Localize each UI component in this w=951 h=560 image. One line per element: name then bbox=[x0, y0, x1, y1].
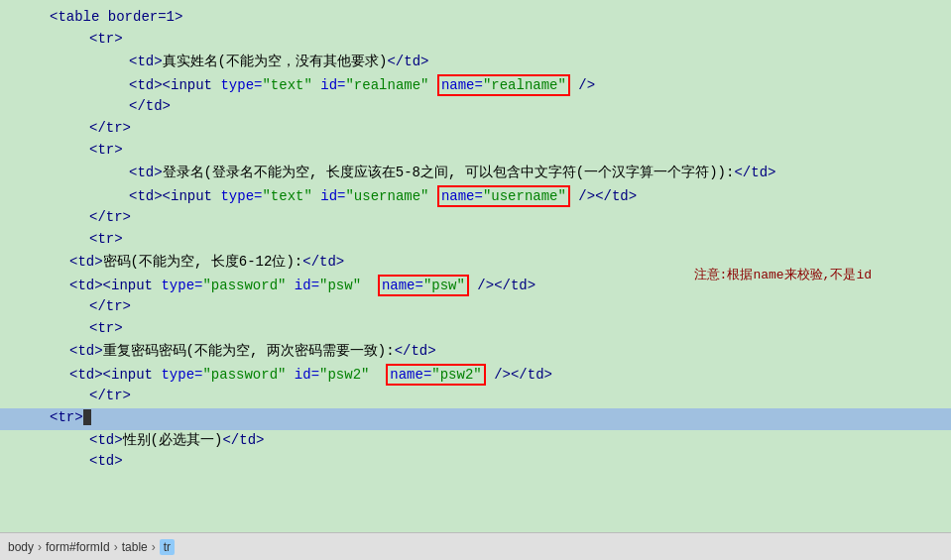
code-line: <td>登录名(登录名不能为空, 长度应该在5-8之间, 可以包含中文字符(一个… bbox=[0, 163, 951, 184]
code-text: <td> bbox=[69, 343, 103, 359]
code-line: </td> bbox=[0, 97, 951, 119]
highlight-username: name="username" bbox=[437, 185, 570, 207]
code-line: <td>性别(必选其一)</td> bbox=[0, 430, 951, 452]
code-editor: <table border=1> <tr> <td>真实姓名(不能为空，没有其他… bbox=[0, 0, 951, 535]
code-text: /></td> bbox=[486, 367, 552, 383]
code-text: <tr> bbox=[50, 409, 83, 425]
breadcrumb-table: table bbox=[122, 540, 148, 554]
breadcrumb-current: tr bbox=[160, 539, 175, 555]
code-text: </td> bbox=[387, 54, 428, 69]
code-line: </tr> bbox=[0, 297, 951, 319]
code-line: <td><input type="text" id="username" nam… bbox=[0, 184, 951, 208]
code-line: <td><input type="text" id="realname" nam… bbox=[0, 73, 951, 97]
code-text: "psw2" bbox=[319, 367, 369, 383]
code-text: <tr> bbox=[89, 231, 123, 247]
code-line: </tr> bbox=[0, 119, 951, 141]
code-text: 真实姓名(不能为空，没有其他要求) bbox=[163, 53, 388, 70]
code-text: /> bbox=[570, 188, 595, 204]
code-text: id= bbox=[286, 367, 319, 383]
code-text: </tr> bbox=[89, 388, 131, 403]
breadcrumb-separator: › bbox=[152, 540, 156, 554]
breadcrumb-separator: › bbox=[38, 540, 42, 554]
code-text: 性别(必选其一) bbox=[123, 431, 223, 449]
code-line: <tr> bbox=[0, 141, 951, 163]
code-text: name= bbox=[390, 367, 431, 383]
code-text: </td> bbox=[222, 432, 264, 448]
code-line: <td>真实姓名(不能为空，没有其他要求)</td> bbox=[0, 52, 951, 73]
code-text: "psw" bbox=[423, 278, 465, 293]
code-text: </td> bbox=[734, 165, 775, 180]
code-line: </tr> bbox=[0, 208, 951, 230]
code-text: /> bbox=[570, 77, 595, 93]
code-text: /></td> bbox=[469, 278, 535, 293]
code-text: "realname" bbox=[483, 77, 566, 93]
code-text: "username" bbox=[483, 188, 566, 204]
code-text: name= bbox=[441, 188, 483, 204]
code-text: name= bbox=[382, 278, 423, 293]
code-line: <tr> bbox=[0, 230, 951, 252]
code-text: </td> bbox=[595, 188, 637, 204]
code-text: <table border=1> bbox=[50, 9, 182, 25]
breadcrumb-separator: › bbox=[114, 540, 118, 554]
breadcrumb-body: body bbox=[8, 540, 34, 554]
code-text: "username" bbox=[345, 188, 428, 204]
code-text: </tr> bbox=[89, 120, 131, 136]
code-text: <td> bbox=[89, 453, 123, 469]
code-text: <td> bbox=[129, 188, 163, 204]
code-text: id= bbox=[312, 188, 346, 204]
code-text: <input bbox=[103, 367, 162, 383]
breadcrumb-form: form#formId bbox=[46, 540, 110, 554]
code-text: <td> bbox=[69, 278, 103, 293]
code-text: 密码(不能为空, 长度6-12位): bbox=[103, 253, 303, 271]
code-text: <tr> bbox=[89, 31, 123, 47]
code-text: 登录名(登录名不能为空, 长度应该在5-8之间, 可以包含中文字符(一个汉字算一… bbox=[163, 164, 735, 181]
code-line: <td>重复密码密码(不能为空, 两次密码需要一致):</td> bbox=[0, 341, 951, 363]
code-text: "password" bbox=[202, 278, 286, 293]
code-text: <td> bbox=[69, 254, 103, 270]
status-bar: body › form#formId › table › tr bbox=[0, 532, 951, 560]
code-text: "realname" bbox=[345, 77, 428, 93]
code-text: </tr> bbox=[89, 209, 131, 225]
code-text: 重复密码密码(不能为空, 两次密码需要一致): bbox=[103, 342, 395, 360]
code-text: </td> bbox=[395, 343, 436, 359]
code-text: type= bbox=[161, 367, 202, 383]
annotation-note: 注意:根据name来校验,不是id bbox=[694, 266, 872, 283]
code-text: <td> bbox=[69, 367, 103, 383]
code-line: <td> bbox=[0, 452, 951, 474]
code-line: <tr> bbox=[0, 30, 951, 52]
code-text: <td> bbox=[129, 54, 163, 69]
code-text: id= bbox=[312, 77, 346, 93]
code-text: <input bbox=[103, 278, 162, 293]
code-line: <tr> bbox=[0, 319, 951, 341]
code-text: <tr> bbox=[89, 320, 123, 336]
code-text: "text" bbox=[262, 188, 311, 204]
code-text: <td> bbox=[129, 165, 163, 180]
code-text: "password" bbox=[202, 367, 286, 383]
code-line-selected: <tr> bbox=[0, 408, 951, 430]
code-text: </tr> bbox=[89, 298, 131, 314]
code-text: <input bbox=[163, 77, 221, 93]
code-line: <td><input type="password" id="psw2" nam… bbox=[0, 363, 951, 387]
code-text: <tr> bbox=[89, 142, 123, 158]
code-text: </td> bbox=[302, 254, 344, 270]
code-text: name= bbox=[441, 77, 483, 93]
code-text: "psw2" bbox=[431, 367, 481, 383]
code-line: </tr> bbox=[0, 387, 951, 408]
highlight-realname: name="realname" bbox=[437, 74, 570, 96]
code-line: <table border=1> bbox=[0, 8, 951, 30]
code-text: "psw" bbox=[319, 278, 361, 293]
highlight-psw: name="psw" bbox=[378, 275, 469, 296]
highlight-psw2: name="psw2" bbox=[386, 364, 485, 386]
code-text: <td> bbox=[129, 77, 163, 93]
code-text: type= bbox=[161, 278, 202, 293]
code-text: <td> bbox=[89, 432, 123, 448]
code-text: "text" bbox=[262, 77, 311, 93]
code-text: <input bbox=[163, 188, 221, 204]
code-text: type= bbox=[220, 77, 262, 93]
cursor bbox=[83, 409, 91, 425]
code-text: id= bbox=[286, 278, 319, 293]
code-text: type= bbox=[220, 188, 262, 204]
code-text: </td> bbox=[129, 98, 171, 114]
